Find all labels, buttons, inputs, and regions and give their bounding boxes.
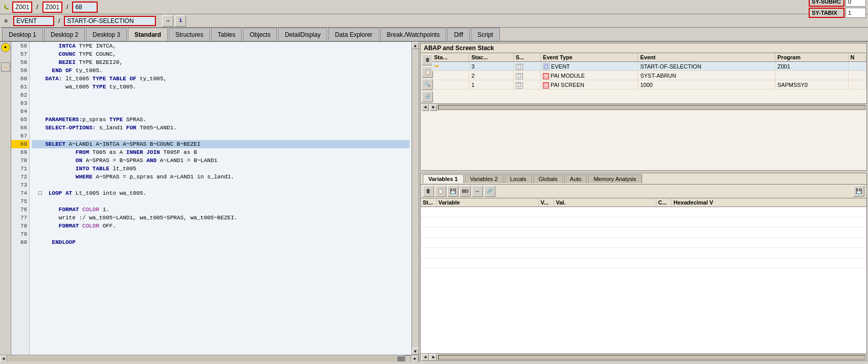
sy-subrc-label: SY-SUBRC: [809, 0, 844, 7]
var-save-btn[interactable]: 💾: [447, 186, 459, 197]
sy-tabix-label: SY-TABIX: [809, 8, 844, 18]
scroll-right-arrow[interactable]: ►: [412, 355, 419, 362]
tab-desktop3[interactable]: Desktop 3: [86, 28, 127, 41]
top-toolbar: 🐛 Z001 / Z001 / 68 SY-SUBRC 0 SY-TABIX 1: [0, 0, 868, 14]
tab-variables2[interactable]: Variables 2: [465, 174, 504, 183]
code-content[interactable]: INTCA TYPE INTCA, COUNC TYPE COUNC, BEZE…: [30, 42, 412, 355]
var-filter-btn[interactable]: 🔗: [484, 186, 495, 197]
event-value[interactable]: START-OF-SELECTION: [64, 16, 156, 26]
sta-3: ⇒: [432, 62, 469, 71]
tab-breakwatchpoints[interactable]: Break./Watchpoints: [380, 28, 447, 41]
info-icon[interactable]: i: [175, 15, 186, 27]
sy-tabix-row: SY-TABIX 1: [809, 8, 866, 18]
program-name-value: Z001: [15, 4, 29, 11]
scroll-left-arrow[interactable]: ◄: [0, 355, 7, 362]
sy-tabix-value: 1: [846, 8, 866, 18]
stack-row-3[interactable]: ⇒ 3 ☐ ☐ EVENT START-OF-SELECTION Z001: [432, 62, 866, 71]
settings-icon[interactable]: ⚙: [2, 17, 10, 25]
scroll-down-arrow[interactable]: ▼: [412, 348, 419, 355]
stack-panel-title: ABAP and Screen Stack: [421, 43, 866, 53]
tab-globals[interactable]: Globals: [533, 174, 563, 183]
event-type-2: ☐ PAI MODULE: [541, 71, 638, 80]
stack-scroll-track[interactable]: [438, 105, 865, 110]
code-line-67: [32, 132, 409, 140]
tab-dataexplorer[interactable]: Data Explorer: [328, 28, 379, 41]
var-scrollbar[interactable]: ◄ ►: [421, 353, 866, 360]
program-3: Z001: [775, 62, 848, 71]
tab-standard[interactable]: Standard: [128, 28, 168, 41]
ln-68: 68: [11, 140, 29, 148]
code-line-74: □ LOOP AT Lt_t005 into wa_t005.: [32, 189, 409, 197]
stack-scroll-right[interactable]: ►: [430, 104, 437, 111]
col-s: S...: [513, 53, 540, 62]
stack-icon-3[interactable]: 🔍: [422, 79, 433, 90]
tab-structures[interactable]: Structures: [169, 28, 210, 41]
n-3: [848, 62, 866, 71]
code-line-58: BEZEI TYPE BEZEI20,: [32, 58, 409, 66]
code-line-75: [32, 197, 409, 206]
event-label[interactable]: EVENT: [13, 16, 54, 26]
main-tabs: Desktop 1 Desktop 2 Desktop 3 Standard S…: [0, 28, 868, 42]
breakpoint-icon[interactable]: ●: [1, 43, 10, 52]
var-scroll-track[interactable]: [438, 355, 865, 360]
ln-58: 58: [11, 58, 29, 66]
code-line-76: FORMAT COLOR 1.: [32, 206, 409, 214]
event-2: SYST-ABRUN: [638, 71, 775, 80]
tab-variables1[interactable]: Variables 1: [423, 174, 464, 183]
col-event: Event: [638, 53, 775, 62]
stac-3: 3: [469, 62, 514, 71]
tab-objects[interactable]: Objects: [243, 28, 277, 41]
ln-79: 79: [11, 230, 29, 238]
code-line-62: [32, 91, 409, 99]
s-2: ☐: [513, 71, 540, 80]
tab-locals[interactable]: Locals: [505, 174, 532, 183]
stack-scroll-left[interactable]: ◄: [422, 104, 429, 111]
stack-icon-2[interactable]: 📋: [422, 66, 433, 78]
var-row-empty-1: [421, 207, 866, 217]
tab-desktop2[interactable]: Desktop 2: [44, 28, 85, 41]
code-bottom-scrollbar[interactable]: ◄ ⋮⋮ ►: [0, 355, 419, 362]
code-line-68: SELECT A~LAND1 A~INTCA A~SPRAS B~COUNC B…: [32, 140, 409, 148]
var-save-right-btn[interactable]: 💾: [853, 186, 864, 197]
event-slash: /: [56, 17, 62, 25]
tab-memory-analysis[interactable]: Memory Analysis: [588, 174, 642, 183]
stack-icon-4[interactable]: 🔗: [422, 91, 433, 102]
var-copy-btn[interactable]: 📋: [435, 186, 446, 197]
code-line-78: FORMAT COLOR OFF.: [32, 222, 409, 230]
var-scroll-right[interactable]: ►: [430, 354, 437, 361]
sta-1: [432, 80, 469, 89]
nav-icon[interactable]: ⇒: [162, 15, 173, 27]
var-nav-btn[interactable]: ↔: [472, 186, 483, 197]
program-name-2-field[interactable]: Z001: [42, 2, 62, 13]
tab-detaildisplay[interactable]: DetailDisplay: [278, 28, 327, 41]
code-line-80: ENDLOOP: [32, 238, 409, 246]
tab-auto[interactable]: Auto: [564, 174, 587, 183]
varcol-hex: Hexadecimal V: [671, 198, 866, 207]
var-tabs: Variables 1 Variables 2 Locals Globals A…: [421, 173, 866, 185]
tab-diff[interactable]: Diff: [447, 28, 470, 41]
program-name-field[interactable]: Z001: [12, 2, 32, 13]
vertical-scrollbar[interactable]: ▲ ▼: [412, 42, 419, 355]
var-table: St... Variable V... Val. C... Hexadecima…: [421, 198, 866, 268]
stack-icon-1[interactable]: 🗑: [422, 54, 433, 65]
event-1: 1000: [638, 80, 775, 89]
line-number-field[interactable]: 68: [72, 2, 98, 13]
s-1: ☐: [513, 80, 540, 89]
app-icon[interactable]: 🐛: [2, 3, 10, 11]
stack-row-1[interactable]: 1 ☐ ☐ PAI SCREEN 1000 SAPMSSY0: [432, 80, 866, 89]
tab-desktop1[interactable]: Desktop 1: [2, 28, 43, 41]
code-line-59: END OF ty_t005.: [32, 66, 409, 75]
var-expand-btn[interactable]: ⊞⊟: [460, 186, 471, 197]
varcol-v: V...: [538, 198, 554, 207]
stack-row-2[interactable]: 2 ☐ ☐ PAI MODULE SYST-ABRUN: [432, 71, 866, 80]
var-delete-btn[interactable]: 🗑: [423, 186, 434, 197]
n-2: [848, 71, 866, 80]
arrow-icon: ⇒: [1, 62, 10, 72]
scroll-up-arrow[interactable]: ▲: [412, 42, 419, 49]
stack-scrollbar[interactable]: ◄ ►: [421, 103, 866, 110]
col-event-type: Event Type: [541, 53, 638, 62]
tab-script[interactable]: Script: [471, 28, 500, 41]
var-scroll-left[interactable]: ◄: [422, 354, 429, 361]
ln-70: 70: [11, 156, 29, 165]
tab-tables[interactable]: Tables: [211, 28, 242, 41]
